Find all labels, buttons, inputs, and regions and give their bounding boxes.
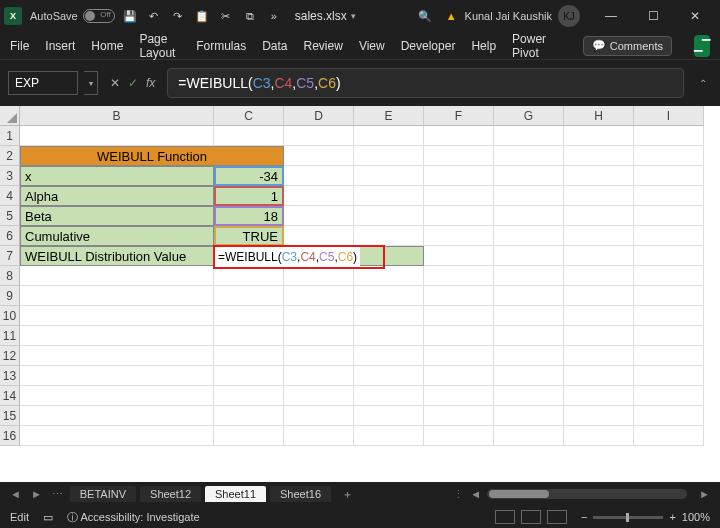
sheet-scroll-divider-icon[interactable]: ⋮	[453, 488, 464, 501]
filename[interactable]: sales.xlsx	[295, 9, 347, 23]
copy-icon[interactable]: ⧉	[243, 9, 257, 23]
horizontal-scrollbar[interactable]	[487, 489, 687, 499]
zoom-slider[interactable]	[593, 516, 663, 519]
row-header-9[interactable]: 9	[0, 286, 20, 306]
cells-area[interactable]: WEIBULL Function x -34 Alpha 1 Beta 18	[20, 126, 720, 482]
autosave-toggle[interactable]: AutoSave Off	[30, 9, 115, 23]
tab-data[interactable]: Data	[262, 32, 287, 60]
page-layout-view-icon[interactable]	[521, 510, 541, 524]
cell-e7[interactable]	[354, 246, 424, 266]
row-header-4[interactable]: 4	[0, 186, 20, 206]
hscroll-right-icon[interactable]: ►	[695, 488, 714, 500]
expand-formula-bar-icon[interactable]: ⌃	[694, 78, 712, 89]
cell-c7-editing[interactable]: =WEIBULL(C3,C4,C5,C6)	[214, 246, 284, 266]
spreadsheet-grid[interactable]: B C D E F G H I 12345678910111213141516 …	[0, 106, 720, 482]
row-header-6[interactable]: 6	[0, 226, 20, 246]
col-header-i[interactable]: I	[634, 106, 704, 126]
row-header-14[interactable]: 14	[0, 386, 20, 406]
row-header-10[interactable]: 10	[0, 306, 20, 326]
tab-view[interactable]: View	[359, 32, 385, 60]
toggle-switch-icon[interactable]: Off	[83, 9, 115, 23]
new-sheet-button[interactable]: ＋	[334, 487, 361, 502]
filename-dropdown-icon[interactable]: ▾	[351, 11, 356, 21]
share-button[interactable]: ▁▔	[694, 35, 710, 57]
tab-developer[interactable]: Developer	[401, 32, 456, 60]
cell-c5[interactable]: 18	[214, 206, 284, 226]
tab-review[interactable]: Review	[304, 32, 343, 60]
cell-c4[interactable]: 1	[214, 186, 284, 206]
sheet-tab-sheet12[interactable]: Sheet12	[140, 486, 201, 502]
sheet-nav-more-icon[interactable]: ⋯	[48, 488, 67, 501]
undo-icon[interactable]: ↶	[147, 9, 161, 23]
cell-c6[interactable]: TRUE	[214, 226, 284, 246]
row-header-16[interactable]: 16	[0, 426, 20, 446]
paste-icon[interactable]: 📋	[195, 9, 209, 23]
select-all-button[interactable]	[0, 106, 20, 126]
insert-function-icon[interactable]: fx	[146, 76, 155, 90]
accessibility-status[interactable]: ⓘ Accessibility: Investigate	[67, 510, 200, 525]
zoom-level[interactable]: 100%	[682, 511, 710, 523]
cell-b6[interactable]: Cumulative	[20, 226, 214, 246]
hscroll-left-icon[interactable]: ◄	[466, 488, 485, 500]
stats-icon[interactable]: ▭	[43, 511, 53, 524]
col-header-c[interactable]: C	[214, 106, 284, 126]
tab-page-layout[interactable]: Page Layout	[139, 32, 180, 60]
col-header-h[interactable]: H	[564, 106, 634, 126]
row-header-5[interactable]: 5	[0, 206, 20, 226]
name-box-dropdown-icon[interactable]: ▾	[84, 71, 98, 95]
tab-power-pivot[interactable]: Power Pivot	[512, 32, 551, 60]
page-break-view-icon[interactable]	[547, 510, 567, 524]
search-icon[interactable]: 🔍	[418, 10, 432, 23]
cell-c3[interactable]: -34	[214, 166, 284, 186]
comments-button[interactable]: 💬 Comments	[583, 36, 672, 56]
save-icon[interactable]: 💾	[123, 9, 137, 23]
sheet-tab-sheet11[interactable]: Sheet11	[205, 486, 266, 502]
sheet-tab-sheet16[interactable]: Sheet16	[270, 486, 331, 502]
zoom-out-icon[interactable]: −	[581, 511, 587, 523]
row-header-1[interactable]: 1	[0, 126, 20, 146]
row-header-13[interactable]: 13	[0, 366, 20, 386]
cell-b1[interactable]	[20, 126, 214, 146]
maximize-button[interactable]: ☐	[632, 0, 674, 32]
row-header-2[interactable]: 2	[0, 146, 20, 166]
column-headers[interactable]: B C D E F G H I	[20, 106, 720, 126]
name-box[interactable]: EXP	[8, 71, 78, 95]
row-header-11[interactable]: 11	[0, 326, 20, 346]
col-header-f[interactable]: F	[424, 106, 494, 126]
row-header-3[interactable]: 3	[0, 166, 20, 186]
cut-icon[interactable]: ✂	[219, 9, 233, 23]
sheet-tab-betainv[interactable]: BETAINV	[70, 486, 136, 502]
row-header-15[interactable]: 15	[0, 406, 20, 426]
cell-b3[interactable]: x	[20, 166, 214, 186]
tab-home[interactable]: Home	[91, 32, 123, 60]
sheet-nav-prev-icon[interactable]: ◄	[6, 488, 25, 500]
cancel-formula-icon[interactable]: ✕	[110, 76, 120, 90]
user-account[interactable]: Kunal Jai Kaushik KJ	[465, 5, 580, 27]
cell-d1[interactable]	[284, 126, 354, 146]
col-header-b[interactable]: B	[20, 106, 214, 126]
zoom-control[interactable]: − + 100%	[581, 511, 710, 523]
sheet-nav-next-icon[interactable]: ►	[27, 488, 46, 500]
view-switcher[interactable]	[495, 510, 567, 524]
col-header-d[interactable]: D	[284, 106, 354, 126]
tab-formulas[interactable]: Formulas	[196, 32, 246, 60]
tab-file[interactable]: File	[10, 32, 29, 60]
redo-icon[interactable]: ↷	[171, 9, 185, 23]
warning-icon[interactable]: ▲	[446, 10, 457, 22]
more-icon[interactable]: »	[267, 9, 281, 23]
col-header-e[interactable]: E	[354, 106, 424, 126]
enter-formula-icon[interactable]: ✓	[128, 76, 138, 90]
tab-insert[interactable]: Insert	[45, 32, 75, 60]
formula-input[interactable]: =WEIBULL(C3,C4,C5,C6)	[167, 68, 684, 98]
row-header-7[interactable]: 7	[0, 246, 20, 266]
minimize-button[interactable]: —	[590, 0, 632, 32]
cell-header-title[interactable]: WEIBULL Function	[20, 146, 284, 166]
row-header-12[interactable]: 12	[0, 346, 20, 366]
row-header-8[interactable]: 8	[0, 266, 20, 286]
cell-c1[interactable]	[214, 126, 284, 146]
zoom-in-icon[interactable]: +	[669, 511, 675, 523]
tab-help[interactable]: Help	[471, 32, 496, 60]
cell-b4[interactable]: Alpha	[20, 186, 214, 206]
cell-b7[interactable]: WEIBULL Distribution Value	[20, 246, 214, 266]
normal-view-icon[interactable]	[495, 510, 515, 524]
